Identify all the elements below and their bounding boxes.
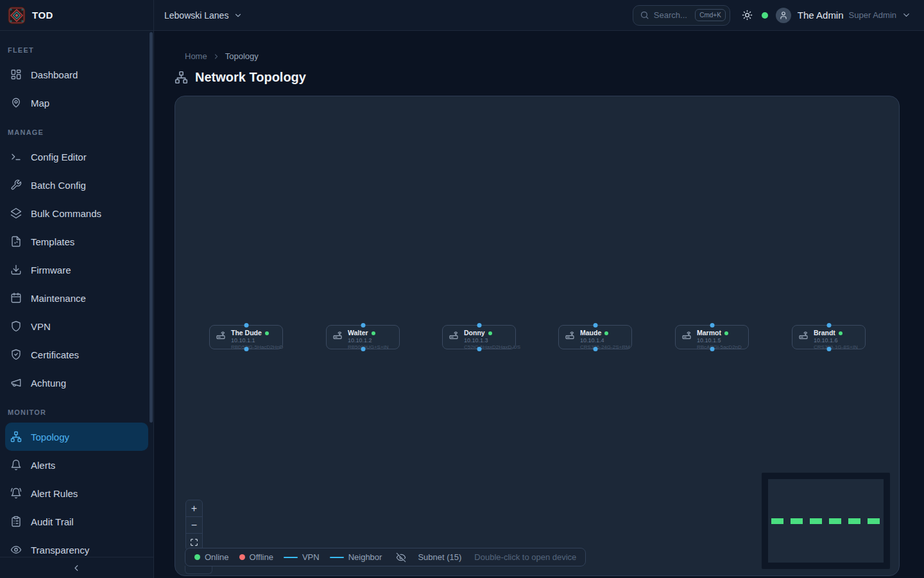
node-ip: 10.10.1.3 (464, 337, 509, 344)
sidebar: FLEETDashboardMapMANAGEConfig EditorBatc… (0, 31, 154, 578)
sidebar-item-dashboard[interactable]: Dashboard (5, 60, 148, 89)
zoom-in-button[interactable]: + (186, 500, 202, 517)
org-switcher[interactable]: Lebowski Lanes (164, 10, 243, 21)
topology-canvas[interactable]: The Dude10.10.1.1RBD53iG-5HacD2HnDWalter… (175, 96, 900, 576)
search-input[interactable] (654, 10, 690, 20)
sidebar-item-maintenance[interactable]: Maintenance (5, 284, 148, 312)
node-name: Marmot (697, 329, 721, 337)
topology-node-marmot[interactable]: Marmot10.10.1.5RBcAPGi-5acD2nD (675, 325, 749, 349)
sidebar-item-label: Dashboard (31, 69, 78, 80)
node-name: Walter (348, 329, 368, 337)
router-icon (216, 330, 226, 346)
bell-ring-icon (10, 487, 22, 499)
user-icon (779, 11, 788, 20)
router-icon (449, 330, 459, 346)
node-model: RBD53iG-5HacD2HnD (231, 344, 277, 351)
connection-status-dot (762, 12, 768, 19)
minimap-node-maude (829, 518, 841, 524)
legend-subnet-count[interactable]: Subnet (15) (418, 552, 461, 562)
layers-icon (10, 207, 22, 219)
sidebar-item-audit-trail[interactable]: Audit Trail (5, 507, 148, 536)
connection-handle-top (477, 323, 481, 328)
sidebar-section-fleet: FLEETDashboardMap (0, 42, 153, 117)
topology-node-maude[interactable]: Maude10.10.1.4CRS326-24G-2S+RM (558, 325, 632, 349)
breadcrumb-home[interactable]: Home (185, 51, 207, 61)
sidebar-item-label: Batch Config (31, 180, 86, 191)
topology-node-donny[interactable]: Donny10.10.1.3C52iG-5HaxD2HaxD-US (442, 325, 516, 349)
node-status-dot (604, 331, 608, 335)
calendar-icon (10, 292, 22, 304)
org-name: Lebowski Lanes (164, 10, 228, 21)
sidebar-item-label: Templates (31, 236, 74, 247)
breadcrumb: Home Topology (185, 51, 259, 61)
minimap-node-donny (810, 518, 822, 524)
minimap-node-walter (791, 518, 803, 524)
sidebar-item-label: Topology (31, 432, 69, 442)
topology-node-the-dude[interactable]: The Dude10.10.1.1RBD53iG-5HacD2HnD (209, 325, 283, 349)
sidebar-item-label: Map (31, 98, 49, 109)
node-status-dot (488, 331, 492, 335)
router-icon (332, 330, 343, 346)
fit-view-icon (190, 538, 198, 547)
app-logo[interactable]: TOD (8, 6, 53, 24)
sidebar-item-label: Firmware (31, 265, 71, 276)
minimap-viewport (768, 479, 884, 563)
sidebar-item-label: Alerts (31, 460, 55, 471)
sidebar-item-config-editor[interactable]: Config Editor (5, 143, 148, 171)
topology-node-walter[interactable]: Walter10.10.1.2RB5009UG+S+IN (326, 325, 400, 349)
app-root: TOD Lebowski Lanes Cmd+K The Admi (0, 0, 924, 578)
user-menu-chevron-down-icon[interactable] (902, 10, 911, 20)
zoom-out-button[interactable]: − (186, 517, 202, 534)
terminal-icon (10, 151, 22, 162)
minimap[interactable] (762, 473, 890, 569)
page-title-row: Network Topology (175, 70, 306, 85)
node-ip: 10.10.1.4 (580, 337, 626, 344)
sidebar-item-alerts[interactable]: Alerts (5, 451, 148, 479)
bell-icon (10, 459, 22, 471)
sidebar-item-batch-config[interactable]: Batch Config (5, 171, 148, 199)
sidebar-item-vpn[interactable]: VPN (5, 312, 148, 340)
wrench-icon (10, 179, 22, 191)
canvas-controls: + − (185, 500, 203, 551)
node-text: Donny10.10.1.3C52iG-5HaxD2HaxD-US (464, 329, 509, 346)
sidebar-nav: FLEETDashboardMapMANAGEConfig EditorBatc… (0, 31, 153, 564)
avatar[interactable] (776, 8, 791, 23)
sidebar-item-topology[interactable]: Topology (5, 423, 148, 451)
eye-off-icon[interactable] (396, 552, 406, 563)
connection-handle-bottom (477, 347, 481, 351)
search-shortcut-badge: Cmd+K (695, 9, 726, 21)
sidebar-collapse-button[interactable] (0, 557, 153, 578)
node-text: Marmot10.10.1.5RBcAPGi-5acD2nD (697, 329, 742, 346)
offline-dot (239, 554, 245, 560)
search-box[interactable]: Cmd+K (633, 5, 730, 26)
sidebar-item-map[interactable]: Map (5, 89, 148, 117)
download-icon (10, 264, 22, 276)
connection-handle-top (710, 323, 714, 328)
sidebar-item-bulk-commands[interactable]: Bulk Commands (5, 199, 148, 227)
sidebar-section-manage: MANAGEConfig EditorBatch ConfigBulk Comm… (0, 117, 153, 397)
sidebar-item-label: VPN (31, 321, 51, 332)
theme-toggle-button[interactable] (742, 10, 753, 21)
connection-handle-bottom (593, 347, 597, 351)
sidebar-item-label: Alert Rules (31, 488, 78, 499)
canvas-legend: Online Offline VPN Neighbor Subnet (1 (185, 548, 586, 566)
legend-hint: Double-click to open device (474, 552, 576, 562)
sidebar-item-achtung[interactable]: Achtung (5, 369, 148, 397)
connection-handle-top (361, 323, 365, 328)
sidebar-item-certificates[interactable]: Certificates (5, 340, 148, 369)
sidebar-section-label: FLEET (0, 42, 153, 60)
shield-check-icon (10, 349, 22, 360)
node-ip: 10.10.1.2 (348, 337, 389, 344)
topology-node-brandt[interactable]: Brandt10.10.1.6CRS309-1G-8S+IN (792, 325, 866, 349)
sidebar-scrollbar[interactable] (150, 32, 153, 423)
router-icon (798, 330, 809, 346)
connection-handle-bottom (244, 347, 248, 351)
legend-online: Online (194, 552, 229, 562)
sidebar-item-templates[interactable]: Templates (5, 227, 148, 256)
topology-icon (175, 71, 188, 84)
sidebar-section-label: MANAGE (0, 117, 153, 143)
node-model: C52iG-5HaxD2HaxD-US (464, 344, 509, 351)
sidebar-item-firmware[interactable]: Firmware (5, 256, 148, 284)
sidebar-item-alert-rules[interactable]: Alert Rules (5, 479, 148, 507)
topbar-logo-area: TOD (0, 0, 154, 30)
